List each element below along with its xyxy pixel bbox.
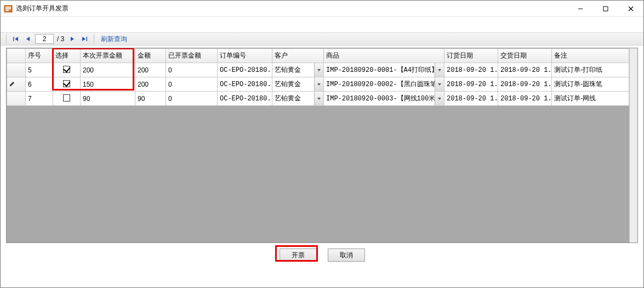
svg-marker-20: [438, 98, 441, 100]
dropdown-icon[interactable]: [435, 92, 444, 105]
window-controls: [568, 1, 643, 17]
dropdown-icon[interactable]: [314, 92, 323, 105]
cell-amount[interactable]: 200: [135, 77, 166, 92]
svg-marker-9: [15, 37, 18, 41]
window-title: 选则订单开具发票: [16, 4, 69, 13]
header-product[interactable]: 商品: [324, 49, 444, 63]
svg-rect-3: [5, 10, 9, 11]
header-remark[interactable]: 备注: [552, 49, 629, 63]
header-invoiced[interactable]: 已开票金额: [166, 49, 218, 63]
cell-order-date[interactable]: 2018-09-20 1...: [444, 92, 498, 106]
nav-first-button[interactable]: [11, 33, 21, 44]
cell-remark[interactable]: 测试订单-打印纸: [552, 63, 629, 77]
nav-last-button[interactable]: [79, 33, 89, 44]
cell-invoiced[interactable]: 0: [166, 92, 218, 106]
table-row[interactable]: 52002000OC-EPO-20180...艺铂黄金IMP-20180920-…: [7, 63, 629, 77]
svg-marker-10: [26, 37, 30, 41]
grid-vertical-scrollbar[interactable]: [629, 48, 637, 242]
cell-product[interactable]: IMP-20180920-0001-【A4打印纸】: [324, 63, 444, 77]
svg-marker-11: [71, 37, 74, 41]
cell-amount[interactable]: 200: [135, 63, 166, 77]
cell-remark[interactable]: 测试订单-圆珠笔: [552, 77, 629, 92]
cell-product[interactable]: IMP-20180920-0003-【网线100米: [324, 92, 444, 106]
cell-deliver-date[interactable]: 2018-09-20 1...: [498, 92, 552, 106]
svg-rect-8: [13, 37, 14, 41]
svg-marker-18: [438, 83, 441, 86]
header-deliver-date[interactable]: 交货日期: [498, 49, 552, 63]
cell-order-date[interactable]: 2018-09-20 1...: [444, 63, 498, 77]
svg-rect-13: [87, 37, 88, 41]
cell-deliver-date[interactable]: 2018-09-20 1...: [498, 77, 552, 92]
svg-rect-5: [603, 7, 608, 11]
app-icon: [4, 4, 13, 13]
svg-marker-15: [438, 69, 441, 71]
svg-rect-1: [5, 7, 11, 8]
row-indicator[interactable]: [7, 92, 26, 106]
cell-amount[interactable]: 90: [135, 92, 166, 106]
svg-marker-16: [10, 82, 14, 86]
close-button[interactable]: [618, 1, 643, 17]
invoice-button[interactable]: 开票: [280, 249, 317, 262]
cell-customer[interactable]: 艺铂黄金: [272, 63, 324, 77]
svg-rect-2: [5, 8, 11, 9]
cell-seq[interactable]: 5: [26, 63, 53, 77]
cell-product[interactable]: IMP-20180920-0002-【黑白圆珠笔】: [324, 77, 444, 92]
header-seq[interactable]: 序号: [26, 49, 53, 63]
nav-refresh-link[interactable]: 刷新查询: [99, 35, 129, 44]
nav-next-button[interactable]: [67, 33, 77, 44]
nav-page-total: / 3: [56, 35, 65, 43]
svg-marker-14: [317, 69, 321, 71]
header-amount[interactable]: 金额: [135, 49, 166, 63]
cell-select-checkbox[interactable]: [53, 63, 81, 77]
cell-customer[interactable]: 艺铂黄金: [272, 77, 324, 92]
dropdown-icon[interactable]: [435, 63, 444, 77]
header-this-amount[interactable]: 本次开票金额: [81, 49, 135, 63]
header-order-no[interactable]: 订单编号: [218, 49, 272, 63]
cell-select-checkbox[interactable]: [53, 92, 81, 106]
row-indicator[interactable]: [7, 77, 26, 92]
orders-table: 序号 选择 本次开票金额 金额 已开票金额 订单编号 客户 商品 订货日期 交货…: [7, 48, 629, 106]
maximize-button[interactable]: [593, 1, 618, 17]
cell-this-amount[interactable]: 150: [81, 77, 135, 92]
header-customer[interactable]: 客户: [272, 49, 324, 63]
cell-customer[interactable]: 艺铂黄金: [272, 92, 324, 106]
svg-marker-19: [317, 98, 321, 100]
header-order-date[interactable]: 订货日期: [444, 49, 498, 63]
svg-marker-17: [317, 83, 321, 86]
cell-seq[interactable]: 7: [26, 92, 53, 106]
nav-page-input[interactable]: [35, 34, 54, 44]
cancel-button[interactable]: 取消: [328, 249, 365, 262]
cell-this-amount[interactable]: 90: [81, 92, 135, 106]
header-rowselector[interactable]: [7, 49, 26, 63]
cell-order-no[interactable]: OC-EPO-20180...: [218, 77, 272, 92]
cell-order-date[interactable]: 2018-09-20 1...: [444, 77, 498, 92]
cell-remark[interactable]: 测试订单-网线: [552, 92, 629, 106]
dropdown-icon[interactable]: [314, 77, 323, 91]
cell-deliver-date[interactable]: 2018-09-20 1...: [498, 63, 552, 77]
table-row[interactable]: 790900OC-EPO-20180...艺铂黄金IMP-20180920-00…: [7, 92, 629, 106]
row-indicator[interactable]: [7, 63, 26, 77]
nav-prev-button[interactable]: [23, 33, 33, 44]
cell-order-no[interactable]: OC-EPO-20180...: [218, 92, 272, 106]
cell-invoiced[interactable]: 0: [166, 63, 218, 77]
header-select[interactable]: 选择: [53, 49, 81, 63]
cell-select-checkbox[interactable]: [53, 77, 81, 92]
table-row[interactable]: 61502000OC-EPO-20180...艺铂黄金IMP-20180920-…: [7, 77, 629, 92]
cell-order-no[interactable]: OC-EPO-20180...: [218, 63, 272, 77]
cell-seq[interactable]: 6: [26, 77, 53, 92]
cell-invoiced[interactable]: 0: [166, 77, 218, 92]
svg-marker-12: [82, 37, 86, 41]
minimize-button[interactable]: [568, 1, 593, 17]
dropdown-icon[interactable]: [314, 63, 323, 77]
dropdown-icon[interactable]: [435, 77, 444, 91]
cell-this-amount[interactable]: 200: [81, 63, 135, 77]
